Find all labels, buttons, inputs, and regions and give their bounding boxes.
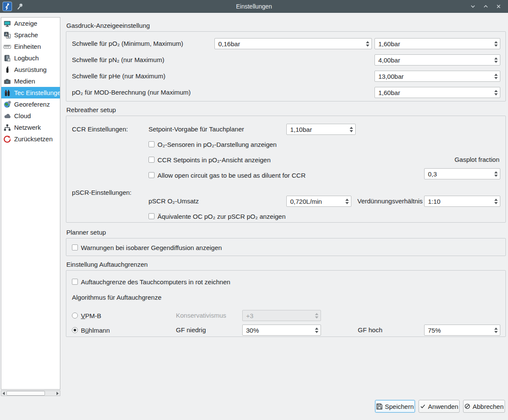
spin-up-icon[interactable] [494,74,498,76]
red-ceiling-checkbox[interactable] [72,279,78,285]
cancel-button[interactable]: Abbrechen [463,400,505,413]
reset-icon [3,135,11,143]
spin-up-icon[interactable] [350,127,353,129]
spin-down-icon[interactable] [494,93,498,95]
buhlmann-radio[interactable] [72,327,78,333]
buhlmann-radio-row[interactable]: Bühlmann [72,326,110,334]
sidebar-item-logbuch[interactable]: Logbuch [1,52,60,64]
pscr-o2-input[interactable] [287,196,351,206]
spin-down-icon[interactable] [366,45,369,47]
po2-max-spinbox[interactable] [374,38,500,49]
spin-up-icon[interactable] [494,171,498,173]
spin-up-icon[interactable] [494,328,498,330]
ccr-settings-label: CCR Einstellungen: [72,124,128,135]
setpoint-input[interactable] [287,124,355,134]
spin-up-icon[interactable] [494,199,498,201]
gasplot-fraction-spinbox[interactable] [424,168,500,179]
ccr-setpoints-checkbox-row[interactable]: CCR Setpoints in pO₂-Ansicht anzeigen [149,155,270,164]
pn2-threshold-label: Schwelle für pN₂ (nur Maximum) [72,54,164,66]
mod-po2-spinbox[interactable] [374,87,500,98]
cancel-icon [464,403,470,409]
o2-sensors-checkbox-row[interactable]: O₂-Sensoren in pO₂-Darstellung anzeigen [149,140,276,149]
icd-warning-checkbox[interactable] [72,244,78,250]
equivalent-po2-checkbox-row[interactable]: Äquivalente OC pO₂ zur pSCR pO₂ anzeigen [149,212,285,220]
spin-down-icon[interactable] [315,331,318,333]
scrollbar-thumb[interactable] [6,391,45,396]
pscr-o2-label: pSCR O₂-Umsatz [149,196,199,207]
display-icon [3,20,11,27]
phe-max-spinbox[interactable] [374,71,500,82]
oc-diluent-checkbox[interactable] [149,172,154,178]
gf-high-input[interactable] [425,325,500,335]
mod-po2-input[interactable] [375,87,500,98]
spin-up-icon[interactable] [366,41,369,43]
scroll-left-icon[interactable] [1,391,6,396]
equivalent-po2-checkbox[interactable] [149,213,154,219]
save-button[interactable]: Speichern [375,400,415,413]
dilution-ratio-spinbox[interactable] [424,196,500,207]
spin-down-icon[interactable] [494,77,498,79]
minimize-button[interactable] [468,1,478,12]
setpoint-spinbox[interactable] [286,124,356,135]
spin-up-icon[interactable] [315,328,318,330]
maximize-button[interactable] [481,1,491,12]
sidebar-item-zuruecksetzen[interactable]: Zurücksetzen [1,133,60,145]
sidebar-item-label: Anzeige [14,20,37,27]
o2-sensors-checkbox-label: O₂-Sensoren in pO₂-Darstellung anzeigen [157,141,276,148]
icd-warning-checkbox-row[interactable]: Warnungen bei isobarer Gegendiffusion an… [72,243,222,252]
vpmb-radio-row[interactable]: VPM-B [72,311,101,320]
spin-down-icon[interactable] [494,202,498,204]
gf-high-spinbox[interactable] [424,325,500,336]
spin-down-icon[interactable] [494,45,498,47]
po2-min-input[interactable] [215,39,371,49]
close-button[interactable] [493,1,504,12]
window-title: Einstellungen [0,3,508,10]
phe-max-input[interactable] [375,71,500,81]
pscr-o2-spinbox[interactable] [286,196,351,207]
spin-down-icon[interactable] [494,61,498,63]
dilution-ratio-input[interactable] [425,196,500,206]
spin-down-icon[interactable] [494,331,498,333]
ceiling-groupbox: Auftauchgrenze des Tauchcomputers in rot… [66,270,506,337]
spin-down-icon [315,316,318,319]
o2-sensors-checkbox[interactable] [149,141,154,147]
spin-up-icon[interactable] [494,41,498,43]
pscr-settings-label: pSCR-Einstellungen: [72,187,131,198]
pn2-max-input[interactable] [375,55,500,65]
sidebar-item-label: Medien [14,77,35,85]
ccr-setpoints-checkbox[interactable] [149,157,154,163]
setpoint-label: Setpoint-Vorgabe für Tauchplaner [149,124,244,135]
po2-min-spinbox[interactable] [214,38,372,49]
scroll-right-icon[interactable] [55,391,60,396]
sidebar-item-einheiten[interactable]: Einheiten [1,41,60,52]
rebreather-groupbox: CCR Einstellungen: Setpoint-Vorgabe für … [66,116,506,223]
gasplot-fraction-input[interactable] [425,169,500,179]
sidebar-item-anzeige[interactable]: Anzeige [1,18,60,29]
spin-up-icon[interactable] [494,57,498,60]
oc-diluent-checkbox-row[interactable]: Allow open circuit gas to be used as dil… [149,171,306,179]
sidebar-item-tec-einstellungen[interactable]: Tec Einstellungen [1,87,60,98]
sidebar-item-ausruestung[interactable]: Ausrüstung [1,64,60,75]
spin-up-icon[interactable] [494,90,498,92]
gf-low-spinbox[interactable] [242,325,321,336]
po2-max-input[interactable] [375,39,500,49]
spin-down-icon[interactable] [350,130,353,132]
sidebar-item-label: Georeferenz [14,101,50,108]
logbook-icon [3,54,11,62]
spin-down-icon[interactable] [345,202,349,204]
gf-low-input[interactable] [243,325,321,335]
sidebar-item-medien[interactable]: Medien [1,75,60,87]
sidebar-horizontal-scrollbar[interactable] [1,390,60,396]
spin-up-icon[interactable] [345,199,349,201]
spin-down-icon[interactable] [494,175,498,177]
red-ceiling-checkbox-row[interactable]: Auftauchgrenze des Tauchcomputers in rot… [72,277,230,286]
cancel-button-label: Abbrechen [472,403,504,410]
apply-button[interactable]: Anwenden [419,400,460,413]
sidebar-item-georeferenz[interactable]: Georeferenz [1,98,60,110]
sidebar-item-sprache[interactable]: aA Sprache [1,29,60,41]
vpmb-radio[interactable] [72,313,78,319]
sidebar-item-netzwerk[interactable]: Netzwerk [1,122,60,133]
sidebar-item-cloud[interactable]: Cloud [1,110,60,122]
sidebar-item-label: Sprache [14,31,38,39]
pn2-max-spinbox[interactable] [374,54,500,66]
